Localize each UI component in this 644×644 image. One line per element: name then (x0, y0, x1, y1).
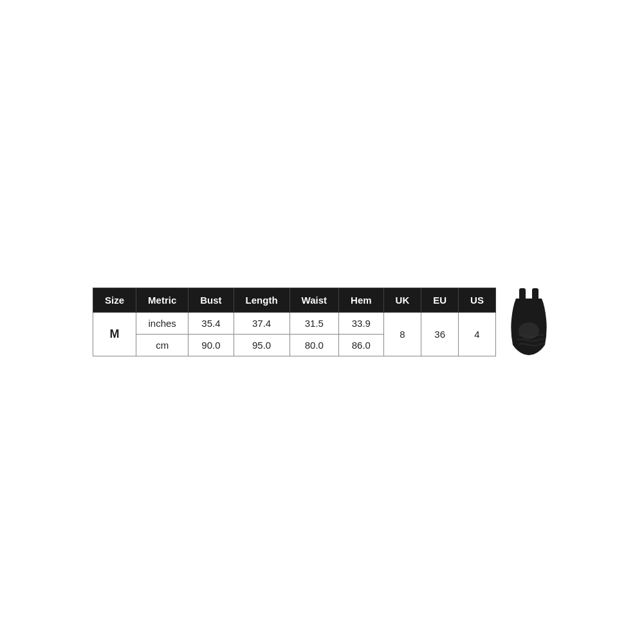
content-area: Size Metric Bust Length Waist Hem UK EU … (80, 287, 564, 358)
cell-metric-cm: cm (136, 335, 189, 356)
cell-waist-inches: 31.5 (290, 313, 338, 335)
cell-length-inches: 37.4 (234, 313, 290, 335)
cell-eu: 36 (421, 313, 459, 356)
header-length: Length (234, 288, 290, 313)
cell-waist-cm: 80.0 (290, 335, 338, 356)
table-row-inches: M inches 35.4 37.4 31.5 33.9 8 36 4 (93, 313, 496, 335)
page-wrapper: Size Metric Bust Length Waist Hem UK EU … (0, 0, 644, 644)
cell-bust-inches: 35.4 (189, 313, 234, 335)
cell-length-cm: 95.0 (234, 335, 290, 356)
header-us: US (459, 288, 496, 313)
header-size: Size (93, 288, 136, 313)
header-hem: Hem (339, 288, 384, 313)
cell-hem-cm: 86.0 (339, 335, 384, 356)
header-uk: UK (383, 288, 421, 313)
header-waist: Waist (290, 288, 338, 313)
header-bust: Bust (189, 288, 234, 313)
cell-us: 4 (459, 313, 496, 356)
cell-uk: 8 (383, 313, 421, 356)
header-eu: EU (421, 288, 459, 313)
svg-rect-0 (519, 288, 526, 300)
cell-size: M (93, 313, 136, 356)
svg-rect-1 (532, 288, 538, 300)
dress-image (506, 287, 551, 358)
table-header-row: Size Metric Bust Length Waist Hem UK EU … (93, 288, 496, 313)
header-metric: Metric (136, 288, 189, 313)
cell-bust-cm: 90.0 (189, 335, 234, 356)
size-table: Size Metric Bust Length Waist Hem UK EU … (93, 288, 496, 356)
cell-metric-inches: inches (136, 313, 189, 335)
cell-hem-inches: 33.9 (339, 313, 384, 335)
